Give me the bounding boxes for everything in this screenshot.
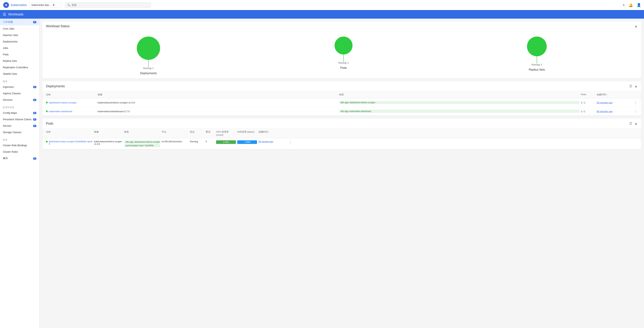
sidebar-item-ingress-classes[interactable]: Ingress Classes [0,90,39,97]
card-header-icons: ▲ [634,24,638,28]
deployment-2-image: kubernetesui/dashboard:v2.7.0 [98,110,338,113]
deployment-row-1-name-cell: dashboard-metrics-scraper [46,101,96,104]
deployments-col-image: 镜像 [98,93,338,96]
sidebar-item-replication-controllers[interactable]: Replication Controllers [0,64,39,71]
sidebar-item-services[interactable]: Services N [0,97,39,103]
pod-1-cpu-bar: 1.00m [216,140,236,144]
sidebar: 工作负载 N Cron Jobs Daemon Sets Deployments… [0,19,40,328]
pods-table-header: 名称 镜像 标签 节点 状态 重启 CPU 使用率 (cores) 内存使用 (… [42,129,641,138]
pods-col-node: 节点 [162,130,188,136]
sidebar-item-cron-jobs[interactable]: Cron Jobs [0,25,39,32]
sidebar-item-stateful-sets[interactable]: Stateful Sets [0,71,39,77]
add-button[interactable]: + [622,2,625,7]
pods-col-memory: 内存使用 (bytes) [237,130,257,136]
pods-card-title: Pods [46,122,629,126]
pods-collapse-icon[interactable]: ▲ [634,122,638,126]
deployment-1-created: 58 minutes ago [596,101,629,104]
events-badge: N [33,157,36,160]
deployments-col-pods: Pods [581,93,595,96]
pod-1-restarts: 0 [206,140,215,143]
pods-col-name: 名称 [46,130,92,136]
deployment-1-name-link[interactable]: dashboard-metrics-scraper [49,101,77,104]
hamburger-menu-icon[interactable]: ☰ [3,12,6,16]
service-section-label: 服务 [0,77,39,84]
pod-1-name-link[interactable]: dashboard-metrics-scraper-5cb4f4bb9c-npm… [49,140,92,145]
sidebar-item-jobs[interactable]: Jobs [0,45,39,51]
replicasets-connector-line [537,56,537,63]
user-avatar-icon[interactable]: 👤 [637,3,641,7]
sidebar-item-pods[interactable]: Pods [0,51,39,58]
sidebar-section-workloads[interactable]: 工作负载 N [0,19,39,25]
table-row: dashboard-metrics-scraper-5cb4f4bb9c-npm… [42,138,641,150]
services-badge: N [33,99,36,101]
search-icon: 🔍 [67,3,70,6]
search-bar: 🔍 [65,2,151,8]
deployments-collapse-icon[interactable]: ▲ [634,84,638,88]
deployment-2-more-button[interactable]: ⋮ [630,109,638,114]
pvc-badge: N [33,118,36,121]
cluster-name: kubernetes-das... [32,3,51,6]
pod-1-created: 58 minutes ago [258,140,284,143]
logo-area: ⎈ kubernetes [3,2,27,8]
sidebar-item-daemon-sets[interactable]: Daemon Sets [0,32,39,38]
deployments-col-created: 创建时间 ↑ [596,93,629,96]
sidebar-item-events[interactable]: 事件 N [0,155,39,162]
pod-1-image: kubernetesui/metrics-scraper:v1.0.8 [94,140,123,145]
cluster-selector[interactable]: kubernetes-das... ▼ [30,2,62,8]
pods-card-header: Pods ☰ ▲ [42,119,641,129]
deployments-col-name: 名称 [46,93,96,96]
sidebar-item-replica-sets[interactable]: Replica Sets [0,58,39,64]
filter-icon[interactable]: ☰ [629,84,632,88]
deployments-connector-line [148,60,148,67]
deployment-1-pods: 1 / 1 [581,101,595,104]
status-dot-green [46,102,48,103]
sidebar-item-secrets[interactable]: Secrets N [0,123,39,129]
pods-col-status: 状态 [190,130,204,136]
table-row: kubernetes-dashboard kubernetesui/dashbo… [42,107,641,116]
status-dot-green-2 [46,110,48,112]
deployments-col-actions [630,93,638,96]
sidebar-item-ingresses[interactable]: Ingresses N [0,84,39,90]
sidebar-item-pvc[interactable]: Persistent Volume Claims N [0,116,39,123]
collapse-icon[interactable]: ▲ [634,24,638,28]
deployment-1-label: k8s-app: dashboard-metrics-scraper [339,101,580,104]
replicasets-chart-title: Replica Sets [529,68,545,71]
top-navbar: ⎈ kubernetes kubernetes-das... ▼ 🔍 + 🔔 👤 [0,0,644,10]
pods-chart-title: Pods [340,66,347,70]
deployments-card-title: Deployments [46,84,629,88]
svg-text:⎈: ⎈ [5,3,7,6]
deployments-table-header: 名称 镜像 标签 Pods 创建时间 ↑ [42,91,641,98]
deployments-circle [137,36,160,60]
sidebar-item-cluster-role-bindings[interactable]: Cluster Role Bindings [0,142,39,149]
ingresses-badge: N [33,86,36,88]
sidebar-item-cluster-roles[interactable]: Cluster Roles [0,149,39,155]
config-section-label: 配置和存储 [0,103,39,110]
pods-filter-icon[interactable]: ☰ [629,122,632,126]
deployment-2-name-link[interactable]: kubernetes-dashboard [49,110,72,113]
sidebar-item-storage-classes[interactable]: Storage Classes [0,129,39,136]
notification-bell-icon[interactable]: 🔔 [628,3,633,7]
deployments-col-label: 标签 [339,93,580,96]
pods-col-actions [285,130,292,136]
header-bar: ☰ Workloads [0,10,644,19]
pods-donut: Running: 2 [334,36,352,64]
search-input[interactable] [72,3,148,6]
chevron-down-icon: ▼ [52,3,55,6]
pod-1-more-button[interactable]: ⋮ [285,140,292,145]
pods-status-chart: Running: 2 Pods [334,36,352,75]
pod-1-node: vm-89-169-tencentos [162,140,188,143]
deployment-1-image: kubernetesui/metrics-scraper:v1.0.8 [98,101,338,104]
pods-connector-line [343,54,344,62]
pod-row-1-name-cell: dashboard-metrics-scraper-5cb4f4bb9c-npm… [46,140,92,145]
deployments-donut: Running: 2 [137,36,160,70]
workload-status-card: Workload Status ▲ Running: 2 Deployments [42,21,641,78]
events-label: 事件 [3,157,8,160]
workloads-badge: N [33,21,36,23]
sidebar-item-config-maps[interactable]: Config Maps N [0,110,39,116]
pods-circle [334,36,352,54]
sidebar-item-deployments[interactable]: Deployments [0,38,39,45]
main-content: Workload Status ▲ Running: 2 Deployments [40,19,644,328]
deployment-1-more-button[interactable]: ⋮ [630,100,638,105]
config-maps-badge: N [33,112,36,114]
main-layout: 工作负载 N Cron Jobs Daemon Sets Deployments… [0,19,644,328]
